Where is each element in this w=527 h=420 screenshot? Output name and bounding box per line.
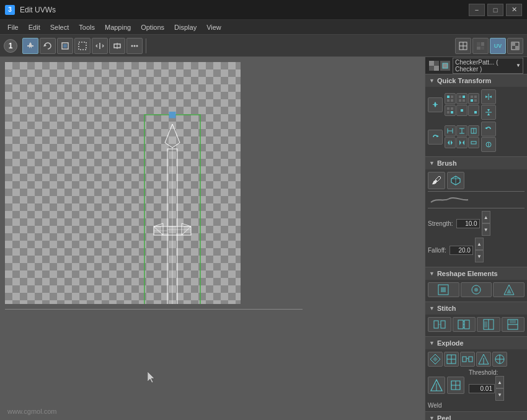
grid-btn-2[interactable] xyxy=(472,38,489,54)
svg-rect-15 xyxy=(477,47,480,50)
rotate-tool-btn[interactable] xyxy=(40,38,56,54)
brush-header[interactable]: ▼ Brush xyxy=(425,157,527,169)
explode-btn-2[interactable] xyxy=(444,352,459,367)
svg-rect-105 xyxy=(463,357,466,362)
qt-align-tr[interactable] xyxy=(468,93,479,104)
qt-rescale[interactable] xyxy=(468,137,479,148)
stitch-btn-3[interactable] xyxy=(477,317,500,332)
qt-rot-ccw[interactable] xyxy=(481,122,496,136)
threshold-up[interactable]: ▲ xyxy=(495,376,504,388)
texture-dropdown[interactable]: CheckerPatt... ( Checker ) ▼ xyxy=(453,58,523,74)
falloff-up[interactable]: ▲ xyxy=(475,238,484,250)
svg-rect-54 xyxy=(447,111,450,114)
svg-rect-96 xyxy=(484,321,487,328)
qt-align-mc[interactable] xyxy=(456,105,467,116)
svg-rect-19 xyxy=(515,46,519,50)
select-tool-btn[interactable] xyxy=(57,38,73,54)
mirror-btn[interactable] xyxy=(92,38,108,54)
brush-cube-btn[interactable] xyxy=(447,172,464,189)
svg-rect-39 xyxy=(443,63,448,68)
falloff-input[interactable] xyxy=(450,246,473,255)
brush-tool-btn[interactable]: 🖌 xyxy=(428,172,445,189)
peel-header[interactable]: ▼ Peel xyxy=(425,412,527,420)
svg-point-7 xyxy=(131,45,133,47)
svg-rect-35 xyxy=(434,66,439,71)
explode-btn-3[interactable] xyxy=(460,352,475,367)
maximize-button[interactable]: □ xyxy=(487,4,503,16)
scale-btn[interactable] xyxy=(109,38,125,54)
svg-rect-73 xyxy=(471,141,476,144)
svg-marker-74 xyxy=(485,127,487,129)
qt-align-mr[interactable] xyxy=(468,105,479,116)
checker-btn[interactable] xyxy=(507,38,523,54)
svg-rect-18 xyxy=(512,42,515,46)
qt-flip-h[interactable] xyxy=(481,89,496,104)
explode-btn-4[interactable] xyxy=(476,352,491,367)
svg-rect-106 xyxy=(469,357,472,362)
grid-btn-1[interactable] xyxy=(455,38,471,54)
quick-transform-header[interactable]: ▼ Quick Transform xyxy=(425,74,527,87)
stitch-btn-1[interactable] xyxy=(428,317,451,332)
canvas-bottom-panel xyxy=(5,309,303,414)
svg-rect-48 xyxy=(471,96,473,98)
strength-down[interactable]: ▼ xyxy=(482,223,490,236)
qt-align-tc[interactable] xyxy=(456,93,467,104)
menu-options[interactable]: Options xyxy=(136,22,169,32)
svg-rect-57 xyxy=(474,111,477,114)
canvas-viewport[interactable] xyxy=(5,62,303,304)
weld-btn-1[interactable] xyxy=(428,377,445,394)
svg-rect-81 xyxy=(441,287,446,292)
svg-rect-49 xyxy=(474,96,477,98)
svg-rect-99 xyxy=(510,320,516,323)
svg-rect-14 xyxy=(481,42,484,46)
qt-normalize[interactable] xyxy=(468,125,479,136)
falloff-down[interactable]: ▼ xyxy=(475,250,484,262)
explode-header[interactable]: ▼ Explode xyxy=(425,337,527,349)
threshold-input[interactable] xyxy=(469,384,495,393)
qt-move-btn[interactable] xyxy=(428,97,443,112)
threshold-down[interactable]: ▼ xyxy=(495,388,504,401)
svg-rect-44 xyxy=(459,96,461,98)
reshape-btn-2[interactable] xyxy=(461,282,492,297)
canvas-area[interactable]: www.cgmol.com xyxy=(0,57,425,420)
move-tool-btn[interactable] xyxy=(22,38,38,54)
menu-display[interactable]: Display xyxy=(169,22,202,32)
minimize-button[interactable]: − xyxy=(469,4,485,16)
menu-select[interactable]: Select xyxy=(45,22,74,32)
qt-align-ml[interactable] xyxy=(445,105,456,116)
qt-space-h[interactable] xyxy=(445,125,456,136)
svg-point-83 xyxy=(474,288,478,292)
strength-input[interactable] xyxy=(456,219,480,228)
explode-btn-5[interactable] xyxy=(492,352,507,367)
menu-tools[interactable]: Tools xyxy=(74,22,100,32)
svg-rect-45 xyxy=(463,96,465,98)
qt-space-v[interactable] xyxy=(456,125,467,136)
qt-contract[interactable] xyxy=(456,137,467,148)
qt-rotate-90[interactable] xyxy=(428,130,443,145)
qt-expand[interactable] xyxy=(445,137,456,148)
stitch-header[interactable]: ▼ Stitch xyxy=(425,302,527,315)
stitch-btn-2[interactable] xyxy=(453,317,476,332)
reshape-btn-3[interactable] xyxy=(493,282,525,297)
weld-btn-2[interactable] xyxy=(447,377,464,394)
explode-content: Threshold: ▲ ▼ Weld xyxy=(425,349,527,411)
uv-btn[interactable]: UV xyxy=(490,38,506,54)
menu-file[interactable]: File xyxy=(2,22,24,32)
freeform-btn[interactable] xyxy=(74,38,91,54)
extra-btn[interactable] xyxy=(126,38,143,54)
svg-rect-47 xyxy=(463,99,465,102)
strength-up[interactable]: ▲ xyxy=(482,211,490,223)
qt-extra[interactable] xyxy=(481,137,496,152)
menu-view[interactable]: View xyxy=(202,22,226,32)
reshape-header[interactable]: ▼ Reshape Elements xyxy=(425,267,527,280)
reshape-btn-1[interactable] xyxy=(428,282,459,297)
qt-align-tl[interactable] xyxy=(445,93,456,104)
svg-rect-40 xyxy=(447,96,450,98)
menu-edit[interactable]: Edit xyxy=(24,22,45,32)
qt-flip-v[interactable] xyxy=(481,105,496,120)
stitch-btn-4[interactable] xyxy=(502,317,525,332)
close-button[interactable]: ✕ xyxy=(506,4,522,16)
svg-rect-41 xyxy=(451,96,453,98)
menu-mapping[interactable]: Mapping xyxy=(100,22,136,32)
explode-btn-1[interactable] xyxy=(428,352,443,367)
